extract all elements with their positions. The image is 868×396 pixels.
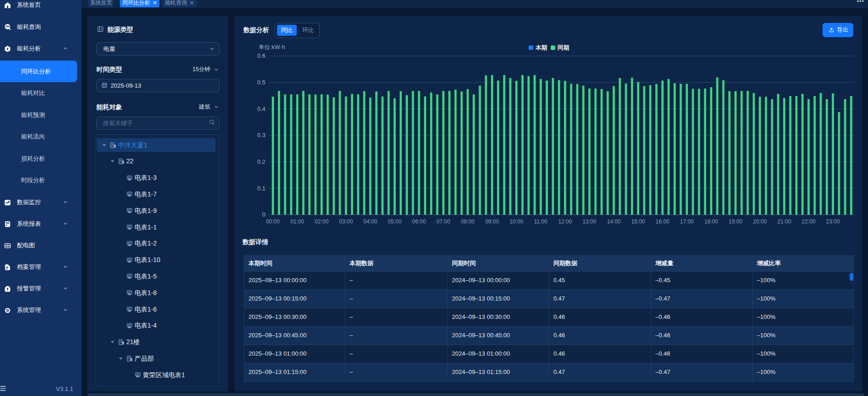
- svg-text:15:00: 15:00: [631, 218, 645, 225]
- svg-text:0.1: 0.1: [257, 185, 265, 192]
- svg-text:13:00: 13:00: [582, 218, 596, 225]
- svg-text:09:00: 09:00: [485, 218, 499, 225]
- svg-text:19:00: 19:00: [728, 218, 742, 225]
- svg-text:16:00: 16:00: [655, 218, 669, 225]
- svg-text:00:00: 00:00: [266, 218, 280, 225]
- svg-text:02:00: 02:00: [315, 218, 328, 225]
- svg-text:04:00: 04:00: [363, 218, 377, 225]
- svg-text:0.3: 0.3: [257, 132, 265, 139]
- svg-text:0.6: 0.6: [257, 52, 265, 59]
- svg-text:0.5: 0.5: [257, 79, 265, 86]
- svg-text:08:00: 08:00: [461, 218, 474, 225]
- svg-text:07:00: 07:00: [436, 218, 450, 225]
- svg-text:14:00: 14:00: [607, 218, 620, 225]
- svg-text:01:00: 01:00: [290, 218, 304, 225]
- svg-text:05:00: 05:00: [388, 218, 401, 225]
- svg-text:21:00: 21:00: [778, 218, 791, 225]
- svg-text:12:00: 12:00: [558, 218, 572, 225]
- svg-text:06:00: 06:00: [412, 218, 426, 225]
- svg-text:0.4: 0.4: [257, 106, 265, 112]
- svg-text:10:00: 10:00: [509, 218, 523, 225]
- svg-text:0.2: 0.2: [257, 158, 265, 165]
- svg-text:23:00: 23:00: [826, 218, 840, 225]
- svg-text:17:00: 17:00: [680, 218, 693, 225]
- svg-text:18:00: 18:00: [704, 218, 718, 225]
- svg-text:03:00: 03:00: [339, 218, 353, 225]
- svg-text:20:00: 20:00: [753, 218, 767, 225]
- svg-text:22:00: 22:00: [802, 218, 816, 225]
- svg-text:0: 0: [262, 211, 265, 218]
- svg-text:11:00: 11:00: [534, 218, 547, 225]
